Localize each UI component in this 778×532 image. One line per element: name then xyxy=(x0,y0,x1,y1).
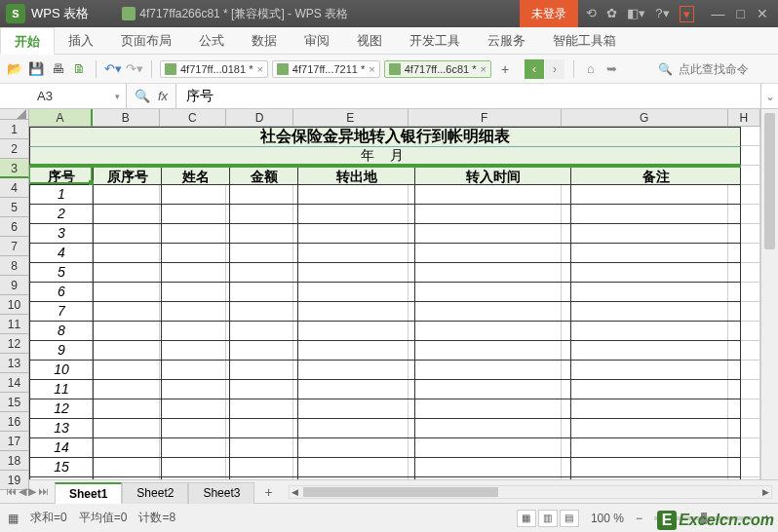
table-cell[interactable]: 4 xyxy=(29,244,94,263)
table-cell[interactable]: 9 xyxy=(29,341,94,361)
table-cell[interactable] xyxy=(415,263,571,283)
menu-tab-3[interactable]: 公式 xyxy=(185,27,238,54)
table-cell[interactable]: 12 xyxy=(29,399,94,419)
table-cell[interactable] xyxy=(571,438,741,458)
table-cell[interactable]: 10 xyxy=(29,361,94,380)
sheet-last-icon[interactable]: ⏭ xyxy=(38,485,49,498)
redo-icon[interactable]: ↷▾ xyxy=(126,60,143,78)
close-tab-icon[interactable]: × xyxy=(369,63,374,75)
table-cell[interactable] xyxy=(415,380,571,399)
table-cell[interactable] xyxy=(298,224,415,244)
table-cell[interactable]: 5 xyxy=(29,263,94,283)
table-cell[interactable] xyxy=(162,322,230,341)
row-header-11[interactable]: 11 xyxy=(0,315,29,334)
table-cell[interactable] xyxy=(162,224,230,244)
table-cell[interactable] xyxy=(94,244,162,263)
table-cell[interactable] xyxy=(415,244,571,263)
col-header-A[interactable]: A xyxy=(29,109,93,127)
table-cell[interactable] xyxy=(230,302,298,322)
fx-search-icon[interactable]: 🔍 xyxy=(135,89,150,103)
table-cell[interactable] xyxy=(162,244,230,263)
table-cell[interactable] xyxy=(230,399,298,419)
table-cell[interactable]: 6 xyxy=(29,283,94,302)
table-cell[interactable] xyxy=(230,205,298,224)
table-cell[interactable] xyxy=(162,399,230,419)
table-cell[interactable] xyxy=(94,361,162,380)
table-cell[interactable] xyxy=(162,458,230,477)
tab-prev-button[interactable]: ‹ xyxy=(525,59,544,79)
select-all-corner[interactable] xyxy=(0,109,29,120)
table-cell[interactable] xyxy=(94,205,162,224)
table-cell[interactable] xyxy=(415,185,571,205)
open-icon[interactable]: 📂 xyxy=(6,60,23,78)
close-button[interactable]: ✕ xyxy=(757,6,768,21)
menu-tab-0[interactable]: 开始 xyxy=(0,27,55,55)
table-cell[interactable] xyxy=(298,477,415,479)
sheet-first-icon[interactable]: ⏮ xyxy=(6,485,17,498)
row-header-13[interactable]: 13 xyxy=(0,354,29,373)
row-header-3[interactable]: 3 xyxy=(0,159,29,178)
name-box[interactable]: A3 xyxy=(0,84,127,108)
row-header-10[interactable]: 10 xyxy=(0,295,29,315)
table-cell[interactable]: 14 xyxy=(29,438,94,458)
table-cell[interactable] xyxy=(571,244,741,263)
vertical-scrollbar[interactable] xyxy=(760,109,778,479)
table-cell[interactable] xyxy=(162,263,230,283)
table-cell[interactable] xyxy=(415,438,571,458)
table-cell[interactable] xyxy=(571,477,741,479)
print-preview-icon[interactable]: 🗎 xyxy=(70,60,88,78)
formula-expand-icon[interactable]: ⌄ xyxy=(760,84,778,108)
ribbon-toggle-icon[interactable]: ▾ xyxy=(680,6,694,22)
page-view-button[interactable]: ▥ xyxy=(538,510,558,527)
print-icon[interactable]: 🖶 xyxy=(49,60,66,78)
help-icon[interactable]: ?▾ xyxy=(655,6,669,22)
table-cell[interactable] xyxy=(571,322,741,341)
zoom-value[interactable]: 100 % xyxy=(591,512,624,525)
table-cell[interactable] xyxy=(415,458,571,477)
table-cell[interactable] xyxy=(415,302,571,322)
table-cell[interactable] xyxy=(162,380,230,399)
table-cell[interactable] xyxy=(162,477,230,479)
close-tab-icon[interactable]: × xyxy=(256,63,262,75)
table-cell[interactable] xyxy=(415,399,571,419)
table-cell[interactable] xyxy=(571,205,741,224)
horizontal-scrollbar[interactable]: ◀ ▶ xyxy=(289,485,772,499)
fx-icon[interactable]: fx xyxy=(158,89,168,103)
find-icon[interactable]: ➥ xyxy=(603,60,621,78)
table-cell[interactable] xyxy=(230,263,298,283)
col-header-D[interactable]: D xyxy=(226,109,293,127)
settings-icon[interactable]: ✿ xyxy=(606,6,617,22)
table-cell[interactable] xyxy=(162,205,230,224)
table-cell[interactable] xyxy=(94,263,162,283)
table-cell[interactable] xyxy=(230,438,298,458)
table-cell[interactable]: 3 xyxy=(29,224,94,244)
table-cell[interactable] xyxy=(298,263,415,283)
col-header-E[interactable]: E xyxy=(293,109,408,127)
table-cell[interactable] xyxy=(94,438,162,458)
table-cell[interactable] xyxy=(94,341,162,361)
menu-tab-2[interactable]: 页面布局 xyxy=(107,27,185,54)
table-cell[interactable] xyxy=(230,458,298,477)
sheet-tab[interactable]: Sheet1 xyxy=(55,482,122,504)
table-cell[interactable] xyxy=(415,477,571,479)
row-header-18[interactable]: 18 xyxy=(0,451,29,471)
table-cell[interactable] xyxy=(94,302,162,322)
row-header-5[interactable]: 5 xyxy=(0,198,29,217)
table-cell[interactable] xyxy=(415,283,571,302)
save-icon[interactable]: 💾 xyxy=(27,60,45,78)
table-cell[interactable] xyxy=(162,302,230,322)
table-cell[interactable]: 11 xyxy=(29,380,94,399)
close-tab-icon[interactable]: × xyxy=(481,63,486,75)
row-header-16[interactable]: 16 xyxy=(0,412,29,432)
login-button[interactable]: 未登录 xyxy=(520,0,578,27)
table-cell[interactable] xyxy=(571,224,741,244)
table-cell[interactable] xyxy=(298,322,415,341)
maximize-button[interactable]: □ xyxy=(737,6,745,21)
table-cell[interactable] xyxy=(571,283,741,302)
table-cell[interactable] xyxy=(94,458,162,477)
sheet-next-icon[interactable]: ▶ xyxy=(28,485,36,498)
table-cell[interactable] xyxy=(298,302,415,322)
menu-tab-5[interactable]: 审阅 xyxy=(291,27,343,54)
table-cell[interactable]: 8 xyxy=(29,322,94,341)
row-header-6[interactable]: 6 xyxy=(0,217,29,237)
